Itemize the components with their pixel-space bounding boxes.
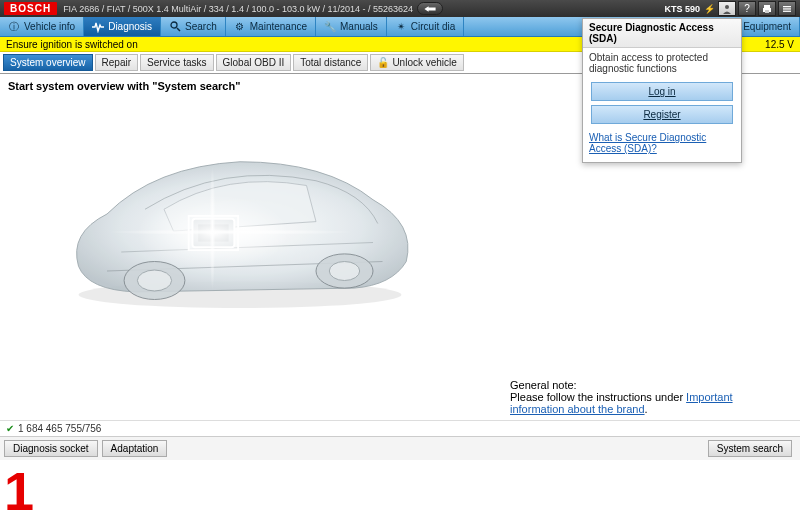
diagnosis-icon bbox=[92, 21, 104, 33]
sda-login-button[interactable]: Log in bbox=[591, 82, 733, 101]
nav-vehicle-info[interactable]: ⓘ Vehicle info bbox=[0, 17, 84, 36]
general-note-dot: . bbox=[645, 403, 648, 415]
sda-header: Secure Diagnostic Access (SDA) bbox=[583, 19, 741, 48]
check-icon: ✔ bbox=[6, 423, 14, 434]
user-icon[interactable] bbox=[718, 1, 736, 16]
status-line: ✔ 1 684 465 755/756 bbox=[0, 420, 800, 436]
svg-point-7 bbox=[171, 22, 177, 28]
menu-icon[interactable] bbox=[778, 1, 796, 16]
system-search-button[interactable]: System search bbox=[708, 440, 792, 457]
general-note-title: General note: bbox=[510, 379, 790, 391]
device-name: KTS 590 bbox=[664, 4, 700, 14]
gear-icon: ⚙ bbox=[234, 21, 246, 33]
nav-manuals[interactable]: 🔧 Manuals bbox=[316, 17, 387, 36]
sda-what-is-link[interactable]: What is Secure Diagnostic Access (SDA)? bbox=[583, 128, 741, 162]
nav-search[interactable]: Search bbox=[161, 17, 226, 36]
tab-global-obd[interactable]: Global OBD II bbox=[216, 54, 292, 71]
print-icon[interactable] bbox=[758, 1, 776, 16]
general-note: General note: Please follow the instruct… bbox=[510, 379, 790, 415]
nav-label: Diagnosis bbox=[108, 21, 152, 32]
svg-point-0 bbox=[725, 5, 729, 9]
svg-point-15 bbox=[329, 262, 359, 281]
svg-rect-1 bbox=[764, 5, 770, 8]
nav-label: Equipment bbox=[743, 21, 791, 32]
nav-label: Manuals bbox=[340, 21, 378, 32]
voltage-reading: 12.5 V bbox=[765, 39, 794, 50]
nav-label: Search bbox=[185, 21, 217, 32]
nav-label: Vehicle info bbox=[24, 21, 75, 32]
back-button[interactable] bbox=[417, 2, 443, 15]
svg-rect-4 bbox=[783, 6, 791, 7]
lock-icon: 🔓 bbox=[377, 57, 389, 68]
topbar: BOSCH FIA 2686 / FIAT / 500X 1.4 MultiAi… bbox=[0, 0, 800, 17]
sda-description: Obtain access to protected diagnostic fu… bbox=[583, 48, 741, 78]
tab-unlock-vehicle[interactable]: 🔓Unlock vehicle bbox=[370, 54, 463, 71]
sda-register-button[interactable]: Register bbox=[591, 105, 733, 124]
nav-label: Circuit dia bbox=[411, 21, 455, 32]
circuit-icon: ✴ bbox=[395, 21, 407, 33]
info-icon: ⓘ bbox=[8, 21, 20, 33]
tab-total-distance[interactable]: Total distance bbox=[293, 54, 368, 71]
help-icon[interactable]: ? bbox=[738, 1, 756, 16]
svg-rect-20 bbox=[210, 167, 216, 291]
general-note-text: Please follow the instructions under bbox=[510, 391, 686, 403]
nav-diagnosis[interactable]: Diagnosis bbox=[84, 17, 161, 36]
status-code: 1 684 465 755/756 bbox=[18, 423, 101, 434]
wrench-icon: 🔧 bbox=[324, 21, 336, 33]
car-xray-image bbox=[40, 94, 440, 334]
ignition-message: Ensure ignition is switched on bbox=[6, 39, 138, 50]
top-icon-group: ? bbox=[718, 1, 796, 16]
brand-logo: BOSCH bbox=[4, 2, 57, 15]
diagnosis-socket-button[interactable]: Diagnosis socket bbox=[4, 440, 98, 457]
nav-circuit[interactable]: ✴ Circuit dia bbox=[387, 17, 464, 36]
sda-panel: Secure Diagnostic Access (SDA) Obtain ac… bbox=[582, 18, 742, 163]
svg-point-13 bbox=[137, 270, 171, 291]
svg-rect-6 bbox=[783, 10, 791, 11]
nav-label: Maintenance bbox=[250, 21, 307, 32]
footer: Diagnosis socket Adaptation System searc… bbox=[0, 436, 800, 460]
svg-rect-5 bbox=[783, 8, 791, 9]
svg-rect-3 bbox=[765, 10, 769, 13]
tab-system-overview[interactable]: System overview bbox=[3, 54, 93, 71]
power-icon: ⚡ bbox=[704, 4, 715, 14]
tab-service-tasks[interactable]: Service tasks bbox=[140, 54, 213, 71]
svg-rect-19 bbox=[107, 229, 354, 235]
overlay-number: 1 bbox=[4, 460, 34, 520]
nav-maintenance[interactable]: ⚙ Maintenance bbox=[226, 17, 316, 36]
svg-line-8 bbox=[177, 28, 180, 31]
tab-label: Unlock vehicle bbox=[392, 57, 456, 68]
search-icon bbox=[169, 21, 181, 33]
vehicle-string: FIA 2686 / FIAT / 500X 1.4 MultiAir / 33… bbox=[63, 4, 413, 14]
tab-repair[interactable]: Repair bbox=[95, 54, 138, 71]
adaptation-button[interactable]: Adaptation bbox=[102, 440, 168, 457]
